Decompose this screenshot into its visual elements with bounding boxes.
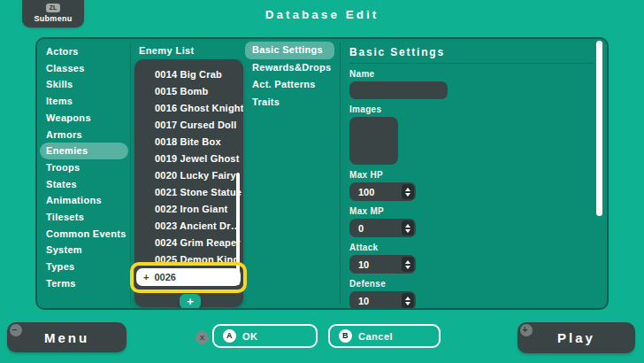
list-item[interactable]: 0021 Stone Statue [134, 184, 243, 201]
menu-label: Menu [44, 330, 89, 345]
max-hp-stepper[interactable] [402, 184, 414, 199]
settings-tabs: Basic Settings Rewards&Drops Act. Patter… [245, 42, 334, 111]
sidebar-item-common-events[interactable]: Common Events [40, 226, 128, 243]
name-field[interactable] [349, 81, 448, 99]
new-enemy-highlight: + 0026 [130, 262, 247, 293]
stepper-up-icon [405, 188, 410, 191]
stepper-down-icon [405, 229, 410, 233]
stepper-up-icon [405, 260, 410, 264]
attack-value: 10 [358, 259, 402, 270]
list-item[interactable]: 0015 Bomb [134, 83, 243, 100]
sidebar-item-classes[interactable]: Classes [40, 60, 128, 77]
sidebar-item-items[interactable]: Items [40, 93, 128, 110]
list-item[interactable]: 0018 Bite Box [134, 134, 243, 151]
tab-rewards-drops[interactable]: Rewards&Drops [245, 59, 334, 77]
main-panel: Actors Classes Skills Items Weapons Armo… [35, 37, 609, 310]
attack-field[interactable]: 10 [349, 255, 416, 274]
cancel-button[interactable]: B Cancel [328, 324, 441, 348]
images-label: Images [349, 105, 597, 114]
list-item[interactable]: 0019 Jewel Ghost [134, 151, 243, 167]
max-hp-label: Max HP [349, 171, 597, 180]
tab-act-patterns[interactable]: Act. Patterns [245, 76, 334, 94]
minus-key-icon: − [10, 324, 22, 336]
a-key-icon: A [223, 329, 236, 343]
play-button[interactable]: + Play [518, 322, 635, 353]
details-scrollbar[interactable] [596, 41, 602, 216]
max-mp-field[interactable]: 0 [349, 219, 416, 237]
tab-basic-settings[interactable]: Basic Settings [245, 42, 334, 59]
category-sidebar: Actors Classes Skills Items Weapons Armo… [40, 43, 128, 292]
add-enemy-button[interactable]: + [180, 294, 201, 309]
basic-settings-form: Basic Settings Name Images Max HP 100 Ma… [349, 39, 597, 308]
sidebar-item-tilesets[interactable]: Tilesets [40, 209, 128, 226]
stepper-down-icon [405, 193, 410, 197]
plus-key-icon: + [520, 324, 533, 336]
sidebar-item-actors[interactable]: Actors [40, 43, 128, 60]
b-key-icon: B [339, 329, 352, 343]
sidebar-item-troops[interactable]: Troops [40, 159, 128, 176]
x-key-icon: X [196, 331, 209, 344]
list-item[interactable]: 0020 Lucky Fairy [134, 167, 243, 184]
attack-label: Attack [349, 243, 597, 252]
list-item[interactable]: 0014 Big Crab [134, 66, 243, 83]
sidebar-item-enemies[interactable]: Enemies [40, 143, 128, 159]
plus-icon: + [143, 272, 149, 282]
sidebar-item-types[interactable]: Types [40, 259, 128, 275]
defense-stepper[interactable] [402, 293, 414, 308]
new-enemy-input[interactable]: + 0026 [136, 268, 241, 286]
max-mp-label: Max MP [349, 207, 597, 216]
max-hp-value: 100 [358, 187, 402, 197]
header-divider [349, 63, 594, 64]
tab-traits[interactable]: Traits [245, 94, 334, 112]
ok-label: OK [242, 331, 258, 342]
enemy-image-picker[interactable] [349, 117, 398, 165]
sidebar-item-terms[interactable]: Terms [40, 275, 128, 292]
page-title: Database Edit [0, 8, 644, 21]
new-enemy-value: 0026 [154, 272, 175, 282]
defense-label: Defense [349, 280, 597, 289]
tabs-divider [340, 42, 341, 305]
stepper-up-icon [405, 224, 410, 228]
list-item[interactable]: 0024 Grim Reaper [134, 235, 243, 251]
enemy-list-panel: 0014 Big Crab 0015 Bomb 0016 Ghost Knigh… [134, 59, 243, 307]
max-hp-field[interactable]: 100 [349, 182, 416, 201]
defense-value: 10 [358, 296, 402, 306]
cancel-label: Cancel [358, 331, 393, 342]
sidebar-item-weapons[interactable]: Weapons [40, 110, 128, 127]
max-mp-stepper[interactable] [402, 220, 414, 236]
menu-button[interactable]: − Menu [7, 322, 126, 352]
enemy-list-header: Enemy List [139, 45, 195, 56]
attack-stepper[interactable] [402, 257, 414, 272]
sidebar-item-system[interactable]: System [40, 242, 128, 259]
list-item[interactable]: 0017 Cursed Doll [134, 117, 243, 134]
stepper-down-icon [405, 302, 410, 305]
ok-button[interactable]: A OK [212, 324, 318, 348]
list-item[interactable]: 0023 Ancient Dr… [134, 218, 243, 235]
max-mp-value: 0 [358, 223, 402, 234]
stepper-up-icon [405, 297, 410, 300]
stepper-down-icon [405, 266, 410, 269]
sidebar-item-animations[interactable]: Animations [40, 192, 128, 209]
details-header: Basic Settings [349, 46, 597, 58]
sidebar-item-skills[interactable]: Skills [40, 76, 128, 93]
list-item[interactable]: 0016 Ghost Knight [134, 100, 243, 117]
name-label: Name [349, 70, 597, 79]
sidebar-item-states[interactable]: States [40, 176, 128, 193]
database-edit-screen: ZL Submenu Database Edit Actors Classes … [0, 0, 644, 363]
defense-field[interactable]: 10 [349, 291, 416, 310]
list-item[interactable]: 0022 Iron Giant [134, 201, 243, 218]
play-label: Play [557, 330, 595, 345]
sidebar-item-armors[interactable]: Armors [40, 127, 128, 143]
